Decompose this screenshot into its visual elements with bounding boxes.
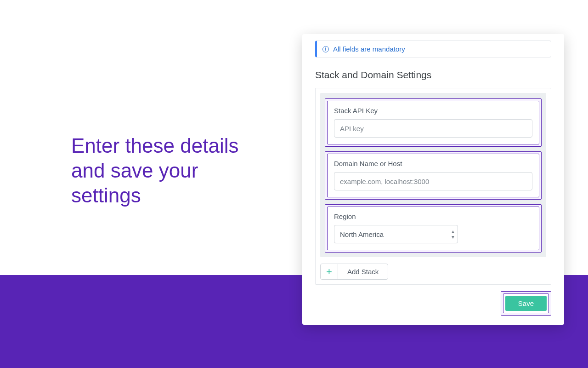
add-stack-button[interactable]: + Add Stack	[320, 264, 388, 280]
settings-panel: Stack API Key Domain Name or Host Region…	[315, 88, 551, 285]
field-wrapper-api-key: Stack API Key	[325, 98, 542, 147]
save-button[interactable]: Save	[505, 296, 547, 311]
stack-group: Stack API Key Domain Name or Host Region…	[320, 93, 546, 257]
alert-text: All fields are mandatory	[333, 45, 405, 53]
page-headline: Enter these details and save your settin…	[71, 133, 273, 208]
domain-label: Domain Name or Host	[334, 160, 532, 167]
api-key-label: Stack API Key	[334, 107, 532, 115]
settings-card: i All fields are mandatory Stack and Dom…	[302, 34, 564, 325]
stray-dot: .	[301, 314, 303, 319]
section-title: Stack and Domain Settings	[315, 69, 551, 80]
mandatory-alert: i All fields are mandatory	[315, 40, 551, 58]
plus-icon: +	[321, 264, 338, 279]
info-icon: i	[322, 46, 329, 52]
add-stack-label: Add Stack	[338, 264, 388, 279]
save-wrapper: Save	[501, 291, 551, 316]
region-select[interactable]: North America	[334, 225, 458, 243]
region-label: Region	[334, 213, 532, 220]
domain-input[interactable]	[334, 172, 532, 190]
field-wrapper-domain: Domain Name or Host	[325, 151, 542, 200]
api-key-input[interactable]	[334, 119, 532, 138]
field-wrapper-region: Region North America ▴▾	[325, 204, 542, 253]
